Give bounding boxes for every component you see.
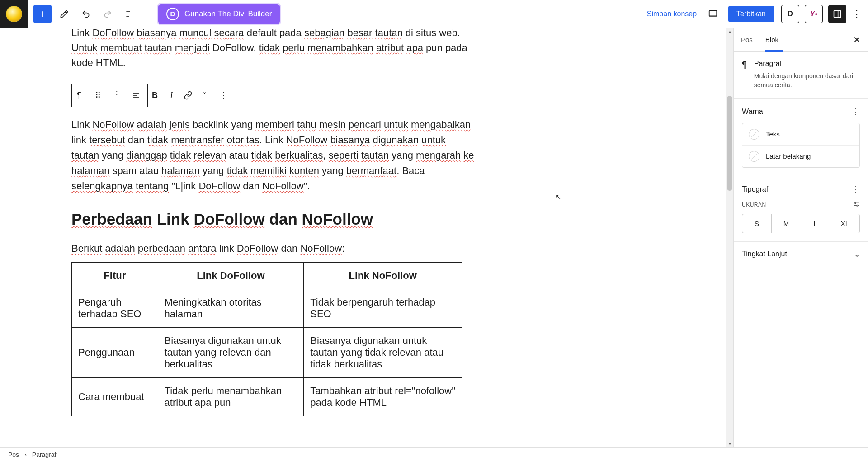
block-toolbar: ¶ ⠿ ˄˅ B I ˅: [71, 84, 245, 107]
editor-canvas[interactable]: Link DoFollow biasanya muncul secara def…: [0, 28, 733, 447]
undo-button[interactable]: [77, 5, 95, 23]
block-description: Mulai dengan komponen dasar dari semua c…: [754, 71, 860, 90]
table-header: Link DoFollow: [158, 262, 304, 289]
background-color-button[interactable]: Latar belakang: [742, 145, 859, 167]
save-draft-button[interactable]: Simpan konsep: [647, 10, 697, 18]
wp-admin-bar[interactable]: [0, 0, 28, 28]
editor-scrollbar[interactable]: ▴ ▾: [726, 28, 733, 447]
edit-mode-button[interactable]: [55, 5, 73, 23]
svg-rect-3: [709, 10, 717, 16]
size-custom-toggle-icon[interactable]: [853, 201, 860, 209]
close-sidebar-button[interactable]: ✕: [853, 34, 861, 45]
divi-builder-label: Gunakan The Divi Builder: [184, 9, 272, 19]
scroll-thumb[interactable]: [727, 96, 732, 191]
align-button[interactable]: [128, 91, 144, 100]
table-header: Fitur: [72, 262, 158, 289]
ukuran-label: UKURAN: [742, 202, 766, 208]
block-breadcrumb: Pos › Paragraf: [0, 447, 868, 461]
size-l[interactable]: L: [801, 214, 830, 233]
breadcrumb-current: Paragraf: [32, 451, 57, 458]
breadcrumb-separator-icon: ›: [24, 451, 27, 458]
redo-button[interactable]: [99, 5, 117, 23]
size-xl[interactable]: XL: [830, 214, 859, 233]
color-swatch-icon: [749, 151, 760, 162]
move-updown-button[interactable]: ˄˅: [109, 92, 124, 99]
add-block-button[interactable]: +: [33, 5, 52, 23]
table-header-row: Fitur Link DoFollow Link NoFollow: [72, 262, 462, 289]
italic-button[interactable]: I: [165, 91, 179, 100]
size-m[interactable]: M: [771, 214, 801, 233]
yoast-button[interactable]: Y●: [805, 5, 823, 23]
table-row[interactable]: Penggunaan Biasanya digunakan untuk taut…: [72, 327, 462, 377]
svg-rect-5: [834, 10, 841, 17]
drag-handle-icon[interactable]: ⠿: [91, 90, 105, 100]
block-options-button[interactable]: ⋮: [216, 90, 232, 100]
scroll-down-icon[interactable]: ▾: [727, 441, 732, 447]
font-size-picker[interactable]: S M L XL: [742, 214, 860, 233]
svg-point-11: [855, 202, 856, 204]
tipografi-options-button[interactable]: ⋮: [852, 184, 860, 194]
warna-heading: Warna: [742, 108, 763, 116]
scroll-up-icon[interactable]: ▴: [727, 29, 732, 34]
tipografi-heading: Tipografi: [742, 185, 770, 193]
comparison-table[interactable]: Fitur Link DoFollow Link NoFollow Pengar…: [71, 262, 462, 416]
heading-perbedaan[interactable]: Perbedaan Link DoFollow dan NoFollow: [71, 210, 475, 228]
text-color-button[interactable]: Teks: [742, 123, 859, 145]
breadcrumb-root[interactable]: Pos: [8, 451, 19, 458]
tab-blok[interactable]: Blok: [765, 36, 778, 43]
bold-button[interactable]: B: [148, 91, 162, 100]
table-row[interactable]: Pengaruh terhadap SEO Meningkatkan otori…: [72, 289, 462, 327]
top-toolbar: + D Gunakan The Divi Builder Simpan kons…: [0, 0, 868, 28]
paragraph-intro[interactable]: Link DoFollow biasanya muncul secara def…: [71, 28, 475, 70]
advanced-panel-toggle[interactable]: Tingkat Lanjut ⌄: [734, 242, 868, 267]
document-outline-button[interactable]: [120, 5, 138, 23]
color-swatch-icon: [749, 129, 760, 140]
paragraph-lead[interactable]: Berikut adalah perbedaan antara link DoF…: [71, 241, 475, 256]
paragraph-block-icon: ¶: [742, 60, 747, 70]
size-s[interactable]: S: [742, 214, 771, 233]
divi-builder-button[interactable]: D Gunakan The Divi Builder: [158, 4, 280, 24]
paragraph-nofollow[interactable]: Link NoFollow adalah jenis backlink yang…: [71, 117, 475, 194]
settings-sidebar: Pos Blok ✕ ¶ Paragraf Mulai dengan kompo…: [733, 28, 868, 447]
divi-settings-button[interactable]: D: [781, 5, 799, 23]
warna-options-button[interactable]: ⋮: [852, 107, 860, 117]
chevron-down-icon: ⌄: [854, 250, 860, 259]
settings-sidebar-toggle[interactable]: [828, 5, 846, 23]
table-header: Link NoFollow: [304, 262, 462, 289]
more-options-button[interactable]: ⋮: [852, 8, 862, 20]
site-logo-icon[interactable]: [6, 6, 22, 22]
more-rich-text-button[interactable]: ˅: [198, 90, 212, 100]
link-button[interactable]: [181, 91, 195, 100]
divi-logo-icon: D: [166, 8, 179, 20]
preview-button[interactable]: [704, 5, 722, 23]
tab-pos[interactable]: Pos: [741, 36, 753, 43]
publish-button[interactable]: Terbitkan: [728, 6, 774, 22]
block-title: Paragraf: [754, 60, 860, 68]
table-row[interactable]: Cara membuat Tidak perlu menambahkan atr…: [72, 377, 462, 416]
svg-point-13: [857, 205, 858, 206]
block-type-paragraph-button[interactable]: ¶: [72, 91, 86, 100]
